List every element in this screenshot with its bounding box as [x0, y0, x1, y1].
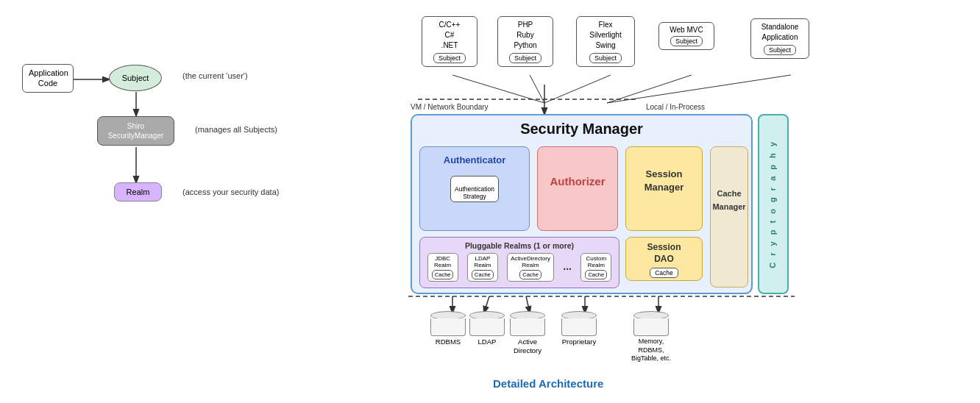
subject-card-1-langs: C/C++ C# .NET — [428, 20, 471, 51]
proprietary-label: Proprietary — [561, 338, 597, 346]
session-manager-title: Session Manager — [626, 147, 702, 194]
security-manager-box: Security Manager Authenticator Authentic… — [411, 114, 753, 294]
local-inprocess-label: Local / In-Process — [646, 103, 705, 111]
realm-dots: ... — [563, 253, 572, 282]
diagram-container: Application Code Subject Shiro SecurityM… — [0, 0, 980, 403]
data-store-rdbms: RDBMS — [430, 311, 466, 346]
subject-badge-4: Subject — [670, 36, 703, 46]
subject-card-2-langs: PHP Ruby Python — [504, 20, 547, 51]
jdbc-realm-card: JDBCRealm Cache — [427, 253, 458, 282]
custom-realm-label: CustomRealm — [584, 255, 608, 268]
auth-strategy-badge: Authentication Strategy — [450, 176, 499, 202]
svg-line-7 — [607, 75, 692, 103]
svg-line-12 — [484, 296, 489, 313]
ad-realm-label: ActiveDirectoryRealm — [511, 255, 550, 268]
ldap-cache-badge: Cache — [472, 270, 494, 279]
subject-badge-3: Subject — [589, 53, 622, 63]
authenticator-title: Authenticator — [420, 147, 529, 165]
ldap-realm-card: LDAPRealm Cache — [467, 253, 498, 282]
svg-line-13 — [526, 296, 530, 313]
data-store-ldap: LDAP — [469, 311, 505, 346]
session-dao-box: SessionDAO Cache — [625, 237, 703, 281]
footer-label: Detailed Architecture — [493, 377, 603, 390]
session-dao-cache: Cache — [650, 268, 678, 278]
subject-card-1: C/C++ C# .NET Subject — [422, 16, 477, 67]
cache-manager-box: CacheManager — [710, 146, 748, 288]
realm-box: Realm — [114, 182, 162, 202]
app-code-box: Application Code — [22, 64, 74, 93]
authorizer-title: Authorizer — [538, 147, 617, 188]
svg-line-4 — [452, 75, 544, 103]
svg-line-6 — [544, 75, 611, 103]
realm-label: Realm — [127, 188, 150, 196]
ad-label: ActiveDirectory — [510, 338, 545, 356]
subject-card-4: Web MVC Subject — [658, 22, 714, 50]
authenticator-box: Authenticator Authentication Strategy — [419, 146, 530, 231]
subject-card-5: Standalone Application Subject — [750, 18, 809, 59]
shiro-label: Shiro SecurityManager — [108, 122, 164, 140]
cryptography-box: C r y p t o g r a p h y — [758, 114, 789, 294]
custom-realm-card: CustomRealm Cache — [580, 253, 611, 282]
app-code-label: Application Code — [29, 68, 68, 88]
jdbc-realm-label: JDBCRealm — [431, 255, 455, 268]
security-manager-title: Security Manager — [412, 115, 751, 138]
vm-boundary-label: VM / Network Boundary — [411, 103, 489, 111]
subject-badge-2: Subject — [509, 53, 542, 63]
subject-badge-5: Subject — [764, 45, 796, 55]
auth-strategy-label: Authentication Strategy — [455, 185, 494, 200]
svg-line-5 — [530, 75, 544, 103]
annotation-security-data: (access your security data) — [182, 188, 279, 196]
subject-card-3: Flex Silverlight Swing Subject — [576, 16, 635, 67]
pluggable-realms-box: Pluggable Realms (1 or more) JDBCRealm C… — [419, 237, 619, 288]
authorizer-box: Authorizer — [537, 146, 618, 231]
annotation-current-user: (the current 'user') — [182, 71, 248, 80]
data-store-memory: Memory,RDBMS,BigTable, etc. — [631, 311, 671, 363]
shiro-security-manager-box: Shiro SecurityManager — [97, 116, 174, 146]
realm-cards-row: JDBCRealm Cache LDAPRealm Cache ActiveDi… — [420, 250, 619, 282]
subject-card-3-langs: Flex Silverlight Swing — [583, 20, 628, 51]
jdbc-cache-badge: Cache — [432, 270, 454, 279]
session-dao-title: SessionDAO — [626, 238, 702, 265]
ad-realm-card: ActiveDirectoryRealm Cache — [507, 253, 554, 282]
data-store-proprietary: Proprietary — [561, 311, 597, 346]
svg-line-8 — [607, 75, 791, 103]
crypto-title: C r y p t o g r a p h y — [766, 140, 781, 268]
subject-card-4-langs: Web MVC — [665, 26, 708, 34]
subject-card-5-langs: Standalone Application — [757, 22, 803, 43]
realms-title: Pluggable Realms (1 or more) — [420, 238, 619, 250]
data-store-ad: ActiveDirectory — [510, 311, 545, 356]
ldap-label: LDAP — [469, 338, 505, 346]
subject-badge-1: Subject — [433, 53, 466, 63]
memory-label: Memory,RDBMS,BigTable, etc. — [631, 338, 671, 363]
subject-oval: Subject — [109, 65, 162, 91]
annotation-manages-subjects: (manages all Subjects) — [195, 125, 277, 134]
session-manager-box: Session Manager — [625, 146, 703, 231]
ad-cache-badge: Cache — [519, 270, 542, 279]
rdbms-label: RDBMS — [430, 338, 466, 346]
subject-card-2: PHP Ruby Python Subject — [497, 16, 553, 67]
custom-cache-badge: Cache — [585, 270, 607, 279]
ldap-realm-label: LDAPRealm — [471, 255, 494, 268]
cache-manager-title: CacheManager — [711, 147, 748, 213]
subject-label: Subject — [122, 74, 149, 82]
